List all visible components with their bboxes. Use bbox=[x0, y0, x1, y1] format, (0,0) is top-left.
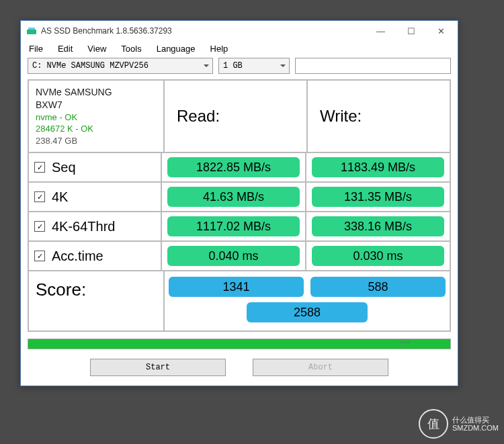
progress-bar: --:-- bbox=[28, 339, 451, 349]
seq-read: 1822.85 MB/s bbox=[167, 157, 300, 177]
titlebar: AS SSD Benchmark 1.8.5636.37293 — ☐ ✕ bbox=[21, 21, 458, 41]
abort-button: Abort bbox=[253, 359, 388, 376]
results-grid: NVMe SAMSUNG BXW7 nvme - OK 284672 K - O… bbox=[28, 79, 451, 332]
driver-status: nvme - OK bbox=[36, 112, 77, 124]
label-acc: Acc.time bbox=[52, 249, 103, 264]
drive-name-1: NVMe SAMSUNG bbox=[36, 86, 112, 99]
checkbox-seq[interactable]: ✓ bbox=[34, 162, 45, 173]
toolbar: C: NVMe SAMSUNG MZVPV256 1 GB bbox=[21, 58, 458, 79]
minimize-button[interactable]: — bbox=[366, 21, 396, 40]
svg-rect-1 bbox=[28, 28, 35, 30]
svg-rect-0 bbox=[27, 30, 36, 34]
blank-input[interactable] bbox=[295, 58, 451, 74]
4k-write: 131.35 MB/s bbox=[312, 187, 444, 207]
header-write: Write: bbox=[312, 107, 446, 126]
label-seq: Seq bbox=[52, 160, 76, 175]
menu-edit[interactable]: Edit bbox=[58, 44, 73, 54]
menu-tools[interactable]: Tools bbox=[121, 44, 141, 54]
checkbox-4k[interactable]: ✓ bbox=[34, 191, 45, 202]
header-read: Read: bbox=[169, 107, 302, 126]
app-window: AS SSD Benchmark 1.8.5636.37293 — ☐ ✕ Fi… bbox=[20, 20, 458, 386]
menu-view[interactable]: View bbox=[87, 44, 106, 54]
maximize-button[interactable]: ☐ bbox=[396, 21, 426, 40]
checkbox-4k64[interactable]: ✓ bbox=[34, 221, 45, 232]
label-4k64: 4K-64Thrd bbox=[52, 219, 116, 234]
4k64-write: 338.16 MB/s bbox=[312, 216, 444, 236]
acc-write: 0.030 ms bbox=[312, 246, 444, 266]
watermark-brand: 什么值得买 bbox=[452, 416, 499, 424]
menubar: File Edit View Tools Language Help bbox=[21, 41, 458, 58]
score-total: 2588 bbox=[247, 302, 368, 322]
seq-write: 1183.49 MB/s bbox=[312, 157, 444, 177]
watermark-icon: 值 bbox=[419, 409, 448, 439]
label-4k: 4K bbox=[52, 189, 68, 205]
checkbox-acc[interactable]: ✓ bbox=[34, 251, 45, 261]
watermark-site: SMZDM.COM bbox=[452, 424, 499, 432]
acc-read: 0.040 ms bbox=[167, 246, 300, 266]
close-button[interactable]: ✕ bbox=[426, 21, 456, 40]
menu-help[interactable]: Help bbox=[210, 44, 228, 54]
watermark: 值 什么值得买 SMZDM.COM bbox=[419, 409, 499, 439]
score-write: 588 bbox=[310, 277, 446, 297]
drive-select[interactable]: C: NVMe SAMSUNG MZVPV256 bbox=[28, 58, 213, 74]
align-status: 284672 K - OK bbox=[36, 123, 93, 135]
window-title: AS SSD Benchmark 1.8.5636.37293 bbox=[41, 26, 366, 36]
4k-read: 41.63 MB/s bbox=[167, 187, 300, 207]
drive-name-2: BXW7 bbox=[36, 99, 62, 112]
start-button[interactable]: Start bbox=[90, 359, 226, 376]
size-select[interactable]: 1 GB bbox=[218, 58, 290, 74]
menu-file[interactable]: File bbox=[29, 44, 43, 54]
score-read: 1341 bbox=[169, 277, 304, 297]
4k64-read: 1117.02 MB/s bbox=[167, 216, 300, 236]
drive-capacity: 238.47 GB bbox=[36, 135, 77, 147]
menu-language[interactable]: Language bbox=[157, 44, 196, 54]
app-icon bbox=[26, 26, 37, 36]
score-label: Score: bbox=[29, 271, 165, 330]
drive-info: NVMe SAMSUNG BXW7 nvme - OK 284672 K - O… bbox=[29, 81, 165, 152]
